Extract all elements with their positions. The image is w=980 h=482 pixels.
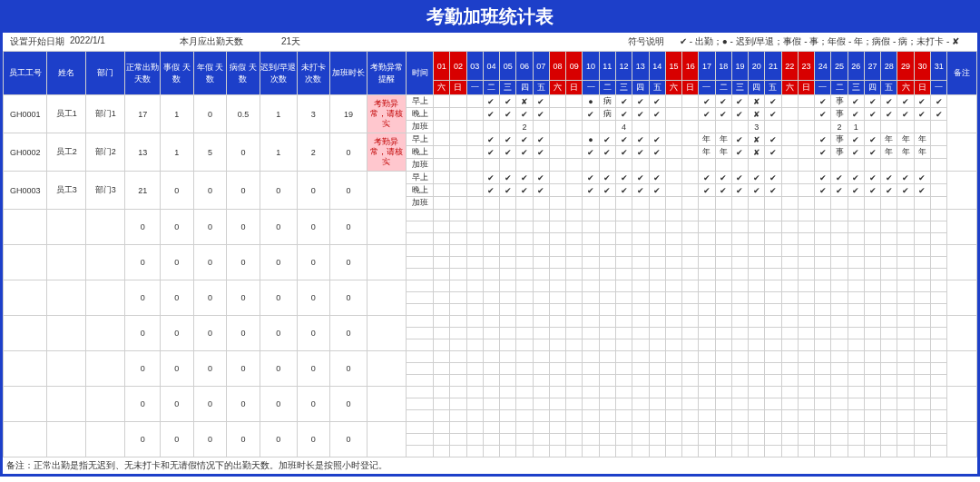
start-date: 2022/1/1 xyxy=(70,35,105,48)
cell xyxy=(848,446,864,457)
cell xyxy=(665,328,681,339)
cell xyxy=(583,410,599,422)
cell xyxy=(749,363,765,375)
cell xyxy=(947,387,977,422)
h-day: 24 xyxy=(815,52,831,81)
cell: ✔ xyxy=(731,133,748,146)
h-weekday: 四 xyxy=(749,81,765,95)
cell xyxy=(749,245,765,257)
cell xyxy=(864,257,880,269)
cell: 0 xyxy=(125,280,161,316)
cell: ✔ xyxy=(500,108,516,121)
cell: ✔ xyxy=(533,172,549,184)
cell: 0 xyxy=(297,245,330,280)
cell: ✔ xyxy=(483,108,499,121)
cell xyxy=(931,280,947,292)
h-personal: 事假 天数 xyxy=(161,52,194,95)
cell xyxy=(897,221,914,233)
cell xyxy=(450,363,466,375)
cell xyxy=(434,146,450,159)
cell xyxy=(500,422,516,434)
cell xyxy=(864,363,880,375)
cell xyxy=(632,304,649,316)
cell xyxy=(699,221,715,233)
cell xyxy=(500,292,516,304)
cell xyxy=(931,422,947,434)
cell xyxy=(848,434,864,446)
cell xyxy=(864,221,880,233)
cell xyxy=(649,339,665,351)
cell xyxy=(781,387,798,398)
cell xyxy=(86,316,125,351)
cell xyxy=(434,280,450,292)
cell xyxy=(765,363,781,375)
cell xyxy=(682,95,699,108)
cell xyxy=(549,269,565,280)
cell xyxy=(931,398,947,410)
cell xyxy=(749,351,765,363)
cell: ✔ xyxy=(583,172,599,184)
cell xyxy=(815,387,831,398)
cell: ✔ xyxy=(715,184,731,197)
cell xyxy=(615,269,632,280)
cell xyxy=(466,351,483,363)
cell: 0 xyxy=(260,422,297,457)
cell xyxy=(466,257,483,269)
cell xyxy=(731,269,748,280)
cell: ✔ xyxy=(632,184,649,197)
cell xyxy=(466,316,483,328)
cell xyxy=(632,121,649,133)
cell xyxy=(632,257,649,269)
cell xyxy=(682,422,699,434)
cell xyxy=(500,351,516,363)
cell xyxy=(848,387,864,398)
cell xyxy=(749,387,765,398)
cell xyxy=(931,410,947,422)
cell xyxy=(516,446,533,457)
cell xyxy=(798,95,814,108)
cell xyxy=(549,146,565,159)
cell xyxy=(715,351,731,363)
h-weekday: 日 xyxy=(566,81,583,95)
cell xyxy=(749,210,765,221)
h-weekday: 五 xyxy=(881,81,897,95)
cell xyxy=(549,221,565,233)
cell xyxy=(483,398,499,410)
cell xyxy=(599,221,615,233)
cell: 早上 xyxy=(406,95,433,108)
h-day: 25 xyxy=(831,52,848,81)
cell xyxy=(831,339,848,351)
cell: ✔ xyxy=(615,184,632,197)
cell xyxy=(566,184,583,197)
cell xyxy=(715,121,731,133)
cell xyxy=(682,434,699,446)
cell xyxy=(848,210,864,221)
cell xyxy=(914,257,930,269)
cell xyxy=(599,316,615,328)
cell xyxy=(615,221,632,233)
cell: ✔ xyxy=(931,95,947,108)
cell xyxy=(715,292,731,304)
cell xyxy=(434,316,450,328)
h-day: 05 xyxy=(500,52,516,81)
cell xyxy=(914,210,930,221)
cell: 0 xyxy=(193,351,227,387)
cell xyxy=(367,172,406,210)
cell xyxy=(566,257,583,269)
cell xyxy=(434,328,450,339)
cell xyxy=(815,375,831,387)
cell xyxy=(450,121,466,133)
cell xyxy=(533,316,549,328)
cell xyxy=(466,95,483,108)
cell xyxy=(731,434,748,446)
cell xyxy=(632,269,649,280)
cell xyxy=(947,351,977,387)
cell xyxy=(749,280,765,292)
cell xyxy=(4,316,47,351)
cell xyxy=(649,280,665,292)
cell xyxy=(831,269,848,280)
cell xyxy=(583,121,599,133)
cell xyxy=(699,339,715,351)
cell xyxy=(632,210,649,221)
cell xyxy=(864,410,880,422)
